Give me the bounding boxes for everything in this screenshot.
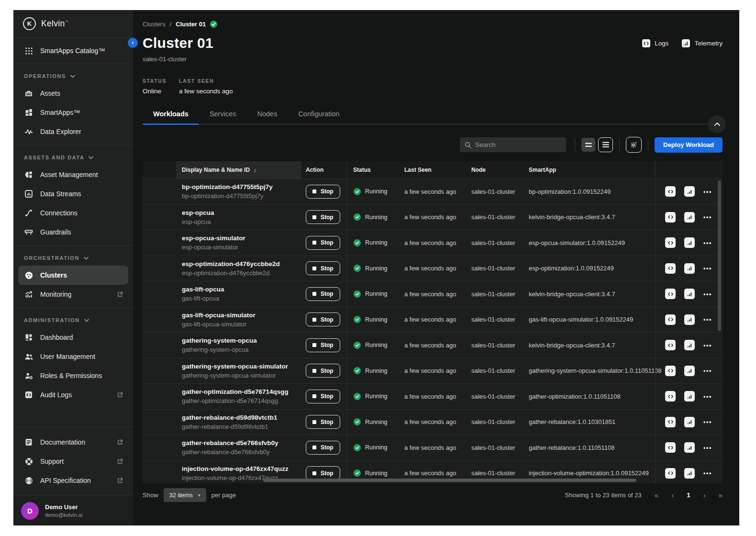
sidebar-item-dashboard[interactable]: Dashboard (18, 328, 128, 347)
stop-button[interactable]: Stop (306, 441, 340, 455)
sidebar-item-roles-permissions[interactable]: Roles & Permissions (18, 366, 128, 385)
row-telemetry-button[interactable] (684, 237, 695, 248)
deploy-workload-button[interactable]: Deploy Workload (655, 137, 723, 153)
collapse-header-button[interactable] (708, 115, 726, 133)
tab-nodes[interactable]: Nodes (246, 105, 288, 124)
sidebar-item-data-streams[interactable]: Data Streams (18, 184, 128, 203)
row-telemetry-button[interactable] (684, 366, 695, 376)
list-view-button[interactable] (598, 137, 613, 152)
sidebar-section-header[interactable]: OPERATIONS (13, 71, 133, 84)
row-telemetry-button[interactable] (684, 314, 695, 325)
stop-button[interactable]: Stop (306, 261, 340, 275)
row-more-button[interactable]: ••• (703, 342, 712, 349)
vertical-scrollbar[interactable] (718, 180, 721, 331)
card-view-button[interactable] (581, 138, 595, 152)
row-logs-button[interactable] (665, 417, 676, 427)
row-logs-button[interactable] (665, 314, 676, 325)
last-page-button[interactable]: » (719, 491, 723, 499)
row-logs-button[interactable] (665, 468, 676, 479)
row-logs-button[interactable] (665, 442, 676, 453)
row-more-button[interactable]: ••• (703, 213, 712, 221)
row-more-button[interactable]: ••• (703, 469, 712, 477)
row-telemetry-button[interactable] (684, 442, 695, 453)
tab-workloads[interactable]: Workloads (143, 105, 199, 124)
assets-icon (24, 89, 33, 98)
row-telemetry-button[interactable] (684, 340, 695, 350)
row-telemetry-button[interactable] (684, 417, 695, 427)
tab-configuration[interactable]: Configuration (288, 105, 350, 124)
stop-button[interactable]: Stop (306, 338, 340, 352)
row-more-button[interactable]: ••• (703, 265, 712, 272)
column-header-display-name[interactable]: Display Name & Name ID ↓↑ (176, 161, 301, 179)
stop-button[interactable]: Stop (306, 415, 340, 429)
workload-name-id: gathering-system-opcua (182, 346, 301, 353)
search-input[interactable] (475, 141, 561, 148)
bar-chart-icon (687, 394, 692, 399)
sidebar-item-clusters[interactable]: Clusters (18, 266, 128, 285)
stop-button[interactable]: Stop (306, 210, 340, 224)
row-telemetry-button[interactable] (684, 212, 695, 223)
tab-services[interactable]: Services (199, 105, 247, 124)
sidebar-item-documentation[interactable]: Documentation (18, 433, 128, 452)
next-page-button[interactable]: › (703, 491, 706, 499)
sidebar-section-header[interactable]: ASSETS AND DATA (13, 153, 133, 165)
sidebar-section-header[interactable]: ORCHESTRATION (13, 253, 133, 266)
sidebar-item-support[interactable]: Support (18, 452, 128, 471)
page-size-select[interactable]: 32 items ▾ (164, 488, 206, 502)
horizontal-scrollbar[interactable] (263, 479, 636, 482)
row-logs-button[interactable] (665, 186, 676, 197)
sidebar-item-asset-management[interactable]: Asset Management (18, 165, 128, 184)
last-seen-cell: a few seconds ago (399, 367, 466, 374)
sidebar-item-smartapps[interactable]: SmartApps™ (18, 103, 128, 122)
stop-button[interactable]: Stop (306, 185, 340, 199)
row-telemetry-button[interactable] (684, 391, 695, 402)
first-page-button[interactable]: « (655, 491, 658, 499)
row-logs-button[interactable] (665, 263, 676, 274)
row-more-button[interactable]: ••• (703, 290, 712, 298)
sidebar-item-label: Audit Logs (40, 391, 72, 399)
row-telemetry-button[interactable] (684, 289, 695, 299)
row-telemetry-button[interactable] (684, 186, 695, 197)
row-logs-button[interactable] (665, 212, 676, 223)
sidebar-section-header[interactable]: ADMINISTRATION (13, 315, 133, 328)
row-logs-button[interactable] (665, 237, 676, 248)
sidebar-item-data-explorer[interactable]: Data Explorer (18, 122, 128, 141)
telemetry-button[interactable]: Telemetry (682, 39, 723, 47)
row-telemetry-button[interactable] (684, 263, 695, 274)
stop-button[interactable]: Stop (306, 466, 340, 480)
row-logs-button[interactable] (665, 391, 676, 402)
row-more-button[interactable]: ••• (703, 188, 712, 195)
sidebar-collapse-button[interactable]: ‹ (128, 38, 138, 48)
table-row: esp-opcua esp-opcua Stop Running a few s… (143, 205, 723, 231)
current-page-button[interactable]: 1 (687, 491, 690, 499)
stop-button[interactable]: Stop (306, 313, 340, 326)
row-more-button[interactable]: ••• (703, 393, 712, 400)
stop-button[interactable]: Stop (306, 287, 340, 301)
sidebar-item-assets[interactable]: Assets (18, 84, 128, 103)
sidebar-item-user-management[interactable]: User Management (18, 347, 128, 366)
stop-button[interactable]: Stop (306, 364, 340, 378)
table-settings-button[interactable] (626, 137, 642, 153)
row-logs-button[interactable] (665, 289, 676, 299)
row-logs-button[interactable] (665, 340, 676, 350)
sidebar-item-connections[interactable]: Connections (18, 203, 128, 223)
sidebar-item-api-specification[interactable]: API Specification (18, 471, 128, 490)
row-telemetry-button[interactable] (684, 468, 695, 479)
stop-button[interactable]: Stop (306, 236, 340, 250)
user-menu[interactable]: D Demo User demo@kelvin.ai (13, 495, 133, 525)
breadcrumb-clusters-link[interactable]: Clusters (143, 21, 166, 28)
row-more-button[interactable]: ••• (703, 316, 712, 323)
breadcrumb-current: Cluster 01 (176, 21, 206, 28)
sidebar-item-guardrails[interactable]: Guardrails (18, 223, 128, 242)
row-more-button[interactable]: ••• (703, 444, 712, 451)
sidebar-item-smartapps-catalog[interactable]: SmartApps Catalog™ (13, 38, 133, 64)
logs-button[interactable]: Logs (642, 39, 668, 47)
row-more-button[interactable]: ••• (703, 367, 712, 374)
row-more-button[interactable]: ••• (703, 418, 712, 425)
row-more-button[interactable]: ••• (703, 239, 712, 246)
prev-page-button[interactable]: ‹ (671, 491, 674, 499)
sidebar-item-audit-logs[interactable]: Audit Logs (18, 385, 128, 404)
row-logs-button[interactable] (665, 366, 676, 376)
stop-button[interactable]: Stop (306, 390, 340, 403)
sidebar-item-monitoring[interactable]: Monitoring (18, 285, 128, 304)
